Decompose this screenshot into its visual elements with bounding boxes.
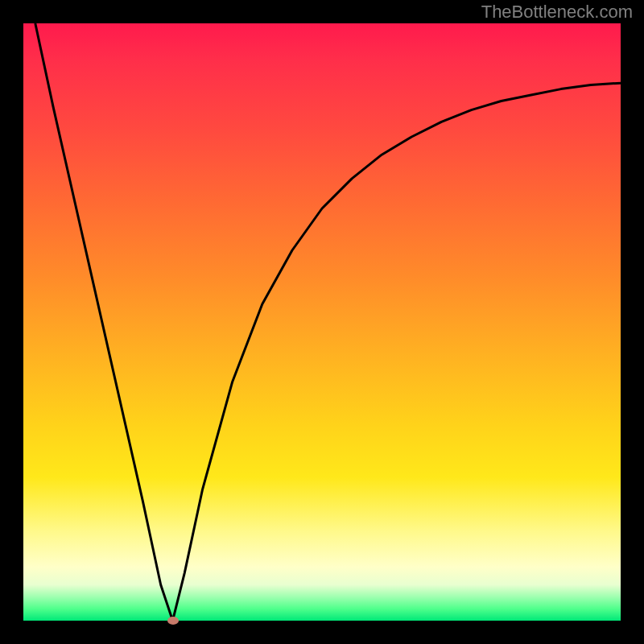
- bottleneck-curve: [23, 23, 621, 621]
- chart-frame: TheBottleneck.com: [0, 0, 644, 644]
- optimal-point-marker: [167, 617, 179, 625]
- watermark-text: TheBottleneck.com: [481, 2, 633, 23]
- plot-area: [23, 23, 621, 621]
